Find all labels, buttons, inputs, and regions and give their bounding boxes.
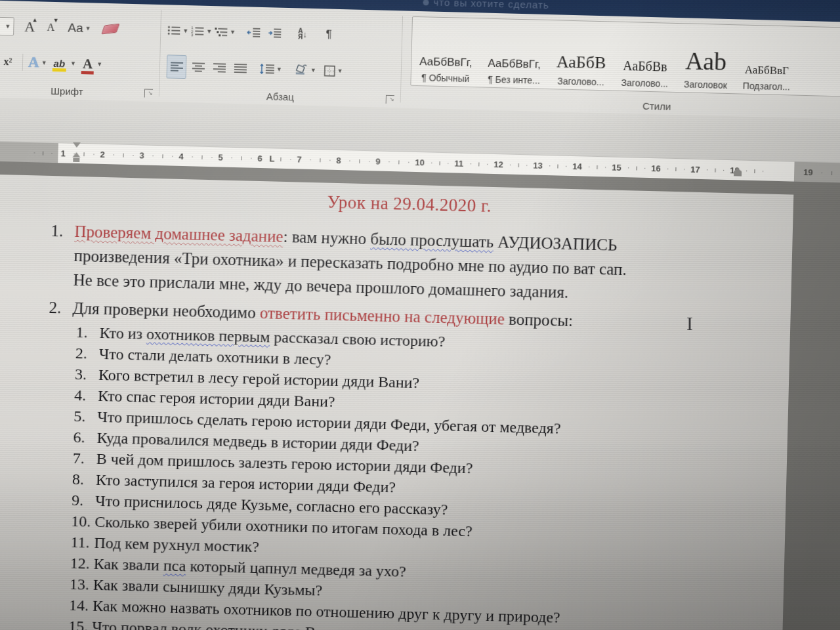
- question-number: 13.: [70, 574, 94, 595]
- document-content: Урок на 29.04.2020 г. 1. Проверяем домаш…: [0, 174, 793, 630]
- tab-stop-marker[interactable]: L: [269, 154, 274, 163]
- style-heading1[interactable]: АаБбВ Заголово...: [548, 20, 615, 90]
- text-effects-icon: А: [28, 54, 39, 71]
- hanging-indent-marker[interactable]: [72, 152, 80, 158]
- ruler-cell: 10·ı·: [412, 152, 452, 173]
- shrink-font-button[interactable]: А▼: [41, 16, 60, 39]
- question-number: 15.: [68, 616, 93, 630]
- style-subtitle[interactable]: АаБбВвГ Подзагол...: [735, 25, 800, 94]
- word-window: что вы хотите сделать ▼ А▲ А▼ Aa▼ x₂ x² …: [0, 0, 840, 630]
- left-indent-marker[interactable]: [73, 158, 79, 162]
- clear-formatting-button[interactable]: [101, 18, 120, 41]
- superscript-button[interactable]: x²: [0, 51, 17, 74]
- chevron-down-icon[interactable]: ▼: [310, 67, 316, 74]
- style-normal[interactable]: АаБбВвГг, ¶ Обычный: [411, 17, 481, 87]
- photo-frame: что вы хотите сделать ▼ А▲ А▼ Aa▼ x₂ x² …: [0, 0, 840, 630]
- decrease-indent-button[interactable]: [245, 21, 264, 44]
- question-number: 9.: [72, 490, 96, 511]
- ruler-cell: 12·ı·: [491, 154, 531, 175]
- ruler-cell: 11·ı·: [452, 153, 492, 174]
- ruler-number-19: 19: [803, 167, 813, 177]
- svg-text:3: 3: [191, 33, 193, 37]
- align-right-button[interactable]: [210, 56, 229, 79]
- chevron-down-icon[interactable]: ▼: [70, 60, 76, 67]
- styles-group: АаБбВвГг, ¶ Обычный АаБбВвГг, ¶ Без инте…: [400, 10, 840, 121]
- align-left-button[interactable]: [167, 54, 187, 79]
- ruler-cell: 18·ı·: [727, 160, 767, 181]
- style-heading2[interactable]: АаБбВв Заголово...: [613, 22, 677, 92]
- font-size-combo[interactable]: ▼: [0, 16, 14, 35]
- list-number: 2.: [49, 295, 73, 320]
- list-number: 1.: [49, 219, 75, 292]
- question-number: 12.: [70, 553, 94, 574]
- bullet-list-button[interactable]: ▼: [167, 19, 189, 42]
- line-spacing-button[interactable]: ▼: [259, 58, 282, 81]
- shading-button[interactable]: ▼: [293, 58, 316, 81]
- chevron-down-icon[interactable]: ▼: [230, 29, 236, 35]
- text-cursor-pointer: I: [686, 312, 693, 335]
- sort-button[interactable]: АЯ↓: [293, 22, 312, 45]
- font-dialog-launcher[interactable]: ↘: [144, 89, 153, 97]
- question-number: 8.: [72, 469, 96, 490]
- document-area: Урок на 29.04.2020 г. 1. Проверяем домаш…: [0, 161, 840, 630]
- ruler-cell: 17·ı·: [688, 159, 728, 180]
- paragraph-dialog-launcher[interactable]: ↘: [386, 95, 394, 104]
- ruler-cell: 15·ı·: [609, 157, 649, 178]
- question-number: 3.: [75, 364, 99, 385]
- font-group-label: Шрифт: [0, 83, 159, 99]
- tell-me-icon: [423, 0, 429, 5]
- ruler-cell: 13·ı·: [530, 155, 570, 176]
- chevron-down-icon[interactable]: ▼: [182, 28, 188, 34]
- chevron-down-icon[interactable]: ▼: [206, 28, 212, 35]
- pilcrow-icon: ¶: [326, 28, 332, 41]
- document-title: Урок на 29.04.2020 г.: [52, 185, 767, 224]
- font-color-button[interactable]: А▼: [83, 52, 103, 75]
- question-number: 5.: [74, 406, 98, 427]
- ruler-cell: 9·ı·: [373, 151, 413, 172]
- highlight-button[interactable]: ab▼: [53, 52, 76, 75]
- align-center-button[interactable]: [189, 56, 208, 79]
- question-number: 1.: [75, 322, 100, 343]
- borders-button[interactable]: ▼: [324, 59, 343, 82]
- chevron-down-icon[interactable]: ▼: [337, 68, 343, 74]
- ruler-cell: 14·ı·: [570, 156, 610, 177]
- questions-list: 1. Кто из охотников первым рассказал сво…: [68, 322, 764, 630]
- chevron-down-icon[interactable]: ▼: [5, 23, 10, 30]
- font-color-icon: А: [83, 56, 93, 72]
- question-number: 14.: [69, 595, 93, 616]
- highlight-icon: ab: [53, 57, 65, 68]
- ruler-margin-left: ·ı·: [0, 141, 58, 163]
- first-line-indent-marker[interactable]: [73, 142, 81, 148]
- numbered-list-button[interactable]: 123▼: [191, 20, 213, 43]
- tell-me-hint: что вы хотите сделать: [433, 0, 549, 10]
- list-item-1: 1. Проверяем домашнее задание: вам нужно…: [49, 219, 766, 310]
- question-number: 7.: [72, 448, 96, 469]
- chevron-down-icon[interactable]: ▼: [85, 25, 91, 32]
- ruler-cell: 3·ı·: [136, 145, 177, 166]
- multilevel-list-button[interactable]: ▼: [215, 20, 236, 43]
- question-number: 10.: [71, 511, 95, 532]
- ruler-cell: 2·ı·: [97, 144, 137, 165]
- ruler-cell: 16·ı·: [648, 158, 688, 179]
- paragraph-group: ▼ 123▼ ▼ АЯ↓ ¶ ▼ ▼ ▼ Абзац: [159, 5, 404, 108]
- list-item-text: Проверяем домашнее задание: вам нужно бы…: [73, 219, 627, 306]
- document-page[interactable]: Урок на 29.04.2020 г. 1. Проверяем домаш…: [0, 174, 793, 630]
- tell-me-box[interactable]: что вы хотите сделать: [423, 0, 549, 10]
- grow-font-button[interactable]: А▲: [20, 16, 39, 39]
- question-number: 6.: [73, 427, 97, 448]
- text-effects-button[interactable]: А▼: [28, 51, 47, 74]
- show-marks-button[interactable]: ¶: [320, 23, 339, 46]
- justify-button[interactable]: [230, 57, 249, 80]
- increase-indent-button[interactable]: [266, 22, 285, 45]
- chevron-down-icon[interactable]: ▼: [96, 61, 102, 68]
- ruler-cell: 7·ı·: [294, 149, 334, 170]
- question-number: 4.: [74, 385, 98, 406]
- chevron-down-icon[interactable]: ▼: [41, 59, 47, 66]
- style-no-spacing[interactable]: АаБбВвГг, ¶ Без инте...: [480, 18, 550, 89]
- change-case-button[interactable]: Aa▼: [68, 17, 91, 40]
- styles-gallery: АаБбВвГг, ¶ Обычный АаБбВвГг, ¶ Без инте…: [410, 16, 840, 98]
- question-number: 2.: [75, 343, 99, 364]
- eraser-icon: [101, 24, 119, 34]
- chevron-down-icon[interactable]: ▼: [276, 66, 282, 73]
- style-title[interactable]: Ааb Заголовок: [676, 24, 736, 93]
